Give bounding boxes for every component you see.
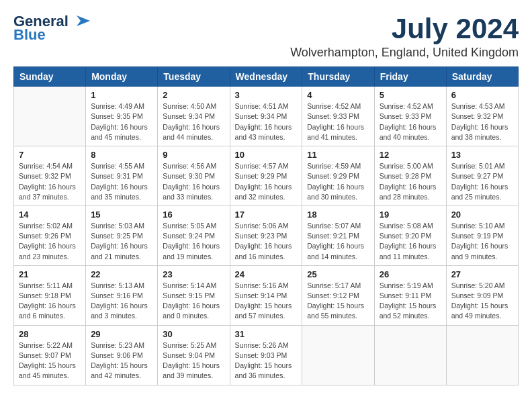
day-info: Sunrise: 5:03 AM Sunset: 9:25 PM Dayligh… <box>91 221 152 262</box>
day-info: Sunrise: 4:54 AM Sunset: 9:32 PM Dayligh… <box>19 161 81 202</box>
calendar-cell: 15Sunrise: 5:03 AM Sunset: 9:25 PM Dayli… <box>86 205 158 265</box>
day-number: 6 <box>451 90 513 100</box>
calendar-cell: 12Sunrise: 5:00 AM Sunset: 9:28 PM Dayli… <box>374 146 446 206</box>
day-info: Sunrise: 4:55 AM Sunset: 9:31 PM Dayligh… <box>91 161 152 202</box>
day-number: 23 <box>163 269 224 279</box>
header-friday: Friday <box>374 67 446 87</box>
header-row: SundayMondayTuesdayWednesdayThursdayFrid… <box>14 67 519 87</box>
header-monday: Monday <box>86 67 158 87</box>
calendar-cell: 13Sunrise: 5:01 AM Sunset: 9:27 PM Dayli… <box>446 146 518 206</box>
calendar-cell: 22Sunrise: 5:13 AM Sunset: 9:16 PM Dayli… <box>86 265 158 325</box>
day-number: 13 <box>451 150 513 160</box>
day-info: Sunrise: 5:00 AM Sunset: 9:28 PM Dayligh… <box>380 161 441 202</box>
calendar-cell: 27Sunrise: 5:20 AM Sunset: 9:09 PM Dayli… <box>446 265 518 325</box>
day-number: 27 <box>451 269 513 279</box>
day-info: Sunrise: 5:20 AM Sunset: 9:09 PM Dayligh… <box>451 281 513 322</box>
calendar-cell: 4Sunrise: 4:52 AM Sunset: 9:33 PM Daylig… <box>302 87 374 146</box>
calendar-cell: 5Sunrise: 4:52 AM Sunset: 9:33 PM Daylig… <box>374 87 446 146</box>
calendar-cell: 21Sunrise: 5:11 AM Sunset: 9:18 PM Dayli… <box>14 265 86 325</box>
day-number: 24 <box>235 269 298 279</box>
day-info: Sunrise: 5:06 AM Sunset: 9:23 PM Dayligh… <box>235 221 298 262</box>
calendar-cell: 9Sunrise: 4:56 AM Sunset: 9:30 PM Daylig… <box>158 146 230 206</box>
day-number: 8 <box>91 150 152 160</box>
svg-marker-0 <box>77 15 90 26</box>
day-info: Sunrise: 5:13 AM Sunset: 9:16 PM Dayligh… <box>91 281 152 322</box>
calendar-cell: 20Sunrise: 5:10 AM Sunset: 9:19 PM Dayli… <box>446 205 518 265</box>
calendar-cell: 31Sunrise: 5:26 AM Sunset: 9:03 PM Dayli… <box>230 325 302 385</box>
calendar-cell: 11Sunrise: 4:59 AM Sunset: 9:29 PM Dayli… <box>302 146 374 206</box>
calendar-cell: 2Sunrise: 4:50 AM Sunset: 9:34 PM Daylig… <box>158 87 230 146</box>
day-info: Sunrise: 4:52 AM Sunset: 9:33 PM Dayligh… <box>380 101 441 142</box>
day-info: Sunrise: 5:11 AM Sunset: 9:18 PM Dayligh… <box>19 281 81 322</box>
calendar-cell <box>302 325 374 385</box>
day-number: 5 <box>380 90 441 100</box>
calendar-cell: 8Sunrise: 4:55 AM Sunset: 9:31 PM Daylig… <box>86 146 158 206</box>
week-row-2: 7Sunrise: 4:54 AM Sunset: 9:32 PM Daylig… <box>14 146 519 206</box>
header-wednesday: Wednesday <box>230 67 302 87</box>
calendar-cell <box>14 87 86 146</box>
week-row-5: 28Sunrise: 5:22 AM Sunset: 9:07 PM Dayli… <box>14 325 519 385</box>
day-number: 1 <box>91 90 152 100</box>
day-number: 29 <box>91 329 152 339</box>
day-info: Sunrise: 5:23 AM Sunset: 9:06 PM Dayligh… <box>91 340 152 381</box>
logo-text-blue: Blue <box>13 27 46 43</box>
day-number: 3 <box>235 90 298 100</box>
day-info: Sunrise: 4:50 AM Sunset: 9:34 PM Dayligh… <box>163 101 224 142</box>
logo-icon <box>71 15 90 28</box>
day-number: 21 <box>19 269 81 279</box>
day-number: 14 <box>19 210 81 220</box>
calendar-cell: 26Sunrise: 5:19 AM Sunset: 9:11 PM Dayli… <box>374 265 446 325</box>
day-number: 26 <box>380 269 441 279</box>
day-info: Sunrise: 5:22 AM Sunset: 9:07 PM Dayligh… <box>19 340 81 381</box>
calendar-cell: 18Sunrise: 5:07 AM Sunset: 9:21 PM Dayli… <box>302 205 374 265</box>
calendar-cell: 23Sunrise: 5:14 AM Sunset: 9:15 PM Dayli… <box>158 265 230 325</box>
location-title: Wolverhampton, England, United Kingdom <box>290 46 519 60</box>
calendar-cell <box>374 325 446 385</box>
day-info: Sunrise: 4:51 AM Sunset: 9:34 PM Dayligh… <box>235 101 298 142</box>
calendar-cell: 16Sunrise: 5:05 AM Sunset: 9:24 PM Dayli… <box>158 205 230 265</box>
day-number: 28 <box>19 329 81 339</box>
page-header: General Blue July 2024 Wolverhampton, En… <box>13 13 519 60</box>
day-info: Sunrise: 4:53 AM Sunset: 9:32 PM Dayligh… <box>451 101 513 142</box>
day-number: 15 <box>91 210 152 220</box>
calendar-cell: 6Sunrise: 4:53 AM Sunset: 9:32 PM Daylig… <box>446 87 518 146</box>
day-number: 20 <box>451 210 513 220</box>
calendar-cell: 29Sunrise: 5:23 AM Sunset: 9:06 PM Dayli… <box>86 325 158 385</box>
calendar-table: SundayMondayTuesdayWednesdayThursdayFrid… <box>13 66 519 385</box>
day-number: 2 <box>163 90 224 100</box>
calendar-cell: 24Sunrise: 5:16 AM Sunset: 9:14 PM Dayli… <box>230 265 302 325</box>
day-number: 25 <box>307 269 369 279</box>
calendar-cell: 28Sunrise: 5:22 AM Sunset: 9:07 PM Dayli… <box>14 325 86 385</box>
header-sunday: Sunday <box>14 67 86 87</box>
day-number: 16 <box>163 210 224 220</box>
day-number: 7 <box>19 150 81 160</box>
day-number: 30 <box>163 329 224 339</box>
day-number: 17 <box>235 210 298 220</box>
day-number: 9 <box>163 150 224 160</box>
day-number: 31 <box>235 329 298 339</box>
day-info: Sunrise: 5:16 AM Sunset: 9:14 PM Dayligh… <box>235 281 298 322</box>
day-number: 22 <box>91 269 152 279</box>
day-number: 18 <box>307 210 369 220</box>
calendar-cell: 25Sunrise: 5:17 AM Sunset: 9:12 PM Dayli… <box>302 265 374 325</box>
day-number: 4 <box>307 90 369 100</box>
day-info: Sunrise: 4:59 AM Sunset: 9:29 PM Dayligh… <box>307 161 369 202</box>
calendar-cell: 30Sunrise: 5:25 AM Sunset: 9:04 PM Dayli… <box>158 325 230 385</box>
calendar-cell <box>446 325 518 385</box>
calendar-cell: 10Sunrise: 4:57 AM Sunset: 9:29 PM Dayli… <box>230 146 302 206</box>
calendar-cell: 7Sunrise: 4:54 AM Sunset: 9:32 PM Daylig… <box>14 146 86 206</box>
day-info: Sunrise: 4:49 AM Sunset: 9:35 PM Dayligh… <box>91 101 152 142</box>
day-info: Sunrise: 5:02 AM Sunset: 9:26 PM Dayligh… <box>19 221 81 262</box>
header-saturday: Saturday <box>446 67 518 87</box>
week-row-4: 21Sunrise: 5:11 AM Sunset: 9:18 PM Dayli… <box>14 265 519 325</box>
day-info: Sunrise: 4:57 AM Sunset: 9:29 PM Dayligh… <box>235 161 298 202</box>
header-thursday: Thursday <box>302 67 374 87</box>
logo: General Blue <box>13 13 90 43</box>
calendar-cell: 19Sunrise: 5:08 AM Sunset: 9:20 PM Dayli… <box>374 205 446 265</box>
title-area: July 2024 Wolverhampton, England, United… <box>290 13 519 60</box>
calendar-cell: 17Sunrise: 5:06 AM Sunset: 9:23 PM Dayli… <box>230 205 302 265</box>
month-title: July 2024 <box>290 13 519 44</box>
day-number: 11 <box>307 150 369 160</box>
day-info: Sunrise: 5:19 AM Sunset: 9:11 PM Dayligh… <box>380 281 441 322</box>
day-info: Sunrise: 4:52 AM Sunset: 9:33 PM Dayligh… <box>307 101 369 142</box>
